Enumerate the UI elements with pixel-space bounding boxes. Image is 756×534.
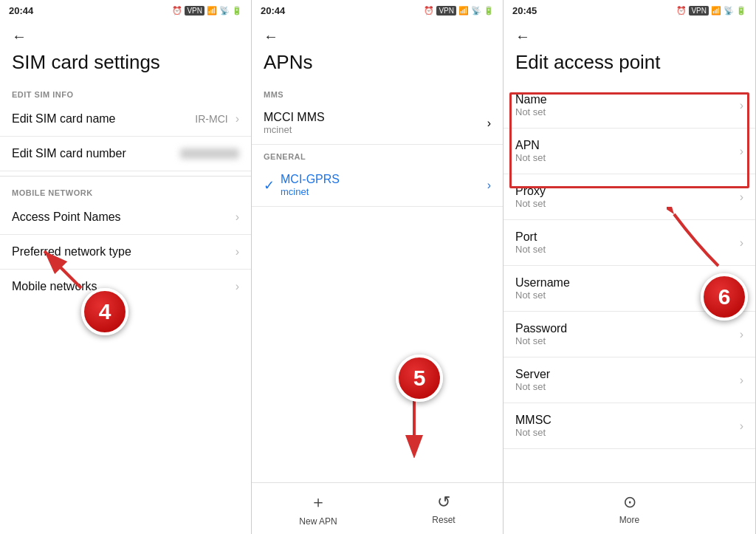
chevron-sim-name: › (236, 112, 239, 126)
panel-edit-access-point: 20:45 ⏰ VPN 📶 📡 🔋 ← Edit access point Na… (504, 0, 756, 534)
list-item-apn[interactable]: Access Point Names › (0, 200, 251, 235)
chevron-apn: › (236, 210, 239, 224)
server-field-label: Server (515, 368, 550, 381)
username-field-value: Not set (515, 290, 570, 301)
new-apn-button[interactable]: ＋ New APN (299, 491, 337, 527)
back-button-1[interactable]: ← (0, 21, 251, 48)
apn-item-mcci-mms[interactable]: MCCI MMS mcinet › (252, 102, 503, 145)
username-field-label: Username (515, 276, 570, 290)
mcci-mms-info: MCCI MMS mcinet (264, 111, 325, 135)
field-apn[interactable]: APN Not set › (504, 129, 755, 174)
time-1: 20:44 (9, 5, 33, 16)
step-badge-5: 5 (396, 355, 443, 402)
arrow-5 (401, 399, 438, 458)
vpn-icon: VPN (185, 6, 205, 16)
time-2: 20:44 (261, 5, 285, 16)
edit-sim-name-value: IR-MCI (195, 113, 227, 125)
status-bar-2: 20:44 ⏰ VPN 📶 📡 🔋 (252, 0, 503, 21)
mci-gprs-sub: mcinet (281, 186, 487, 197)
edit-sim-number-label: Edit SIM card number (12, 147, 126, 160)
step-badge-6: 6 (701, 273, 748, 321)
reset-icon: ↺ (437, 493, 450, 512)
name-field-label: Name (515, 93, 547, 106)
mmsc-info: MMSC Not set (515, 414, 551, 438)
section-label-general: GENERAL (252, 145, 503, 164)
apn-item-mci-gprs[interactable]: ✓ MCI-GPRS mcinet › (252, 164, 503, 207)
divider-1 (0, 176, 251, 177)
new-apn-label: New APN (299, 516, 337, 527)
step-badge-4: 4 (81, 288, 128, 335)
battery-icon-2: 🔋 (484, 6, 494, 16)
chevron-name: › (740, 99, 743, 112)
field-name[interactable]: Name Not set › (504, 83, 755, 129)
battery-icon-3: 🔋 (736, 6, 746, 16)
mmsc-field-value: Not set (515, 427, 551, 438)
password-field-label: Password (515, 322, 567, 335)
panel-apns: 20:44 ⏰ VPN 📶 📡 🔋 ← APNs MMS MCCI MMS mc… (252, 0, 504, 534)
plus-icon: ＋ (310, 491, 326, 513)
proxy-field-value: Not set (515, 198, 546, 209)
field-server[interactable]: Server Not set › (504, 357, 755, 403)
sim-number-blurred (180, 148, 239, 159)
status-icons-3: ⏰ VPN 📶 📡 🔋 (676, 6, 746, 16)
chevron-apn-field: › (740, 145, 743, 158)
apn-label: Access Point Names (12, 210, 121, 224)
signal-icon-3: 📶 (711, 6, 721, 16)
check-icon-mci: ✓ (264, 177, 275, 194)
time-3: 20:45 (512, 5, 537, 16)
chevron-mms: › (487, 117, 491, 130)
port-info: Port Not set (515, 230, 546, 255)
edit-ap-bottom-bar: ⊙ More (504, 482, 755, 534)
section-label-mobile-network: MOBILE NETWORK (0, 181, 251, 200)
reset-button[interactable]: ↺ Reset (432, 493, 455, 525)
chevron-gprs: › (487, 179, 491, 192)
proxy-field-label: Proxy (515, 185, 546, 198)
more-label: More (619, 515, 639, 525)
section-label-edit-sim: EDIT SIM INFO (0, 83, 251, 102)
password-field-value: Not set (515, 335, 567, 346)
list-item-edit-sim-number[interactable]: Edit SIM card number (0, 137, 251, 171)
wifi-icon-3: 📡 (724, 6, 734, 16)
arrow-4 (37, 244, 96, 295)
server-info: Server Not set (515, 368, 550, 392)
status-icons-2: ⏰ VPN 📶 📡 🔋 (424, 6, 494, 16)
chevron-proxy: › (740, 191, 743, 204)
page-title-2: APNs (252, 48, 503, 83)
mcci-mms-name: MCCI MMS (264, 111, 325, 124)
signal-icon-2: 📶 (458, 6, 469, 16)
edit-sim-number-right (180, 148, 239, 159)
mmsc-field-label: MMSC (515, 414, 551, 427)
reset-label: Reset (432, 515, 455, 525)
signal-icon: 📶 (207, 6, 217, 16)
wifi-icon: 📡 (219, 6, 230, 16)
chevron-mmsc: › (740, 420, 743, 433)
more-icon: ⊙ (623, 493, 636, 512)
content-2: MMS MCCI MMS mcinet › GENERAL ✓ MCI-GPRS… (252, 83, 503, 534)
panel-sim-card-settings: 20:44 ⏰ VPN 📶 📡 🔋 ← SIM card settings ED… (0, 0, 252, 534)
arrow-6 (667, 207, 733, 273)
apn-info: APN Not set (515, 139, 546, 163)
back-button-3[interactable]: ← (504, 21, 755, 48)
back-button-2[interactable]: ← (252, 21, 503, 48)
vpn-icon-3: VPN (689, 6, 709, 16)
list-item-edit-sim-name[interactable]: Edit SIM card name IR-MCI › (0, 102, 251, 137)
alarm-icon: ⏰ (172, 6, 182, 16)
chevron-preferred: › (236, 245, 239, 259)
name-info: Name Not set (515, 93, 547, 117)
server-field-value: Not set (515, 381, 550, 392)
edit-sim-name-label: Edit SIM card name (12, 112, 116, 126)
status-icons-1: ⏰ VPN 📶 📡 🔋 (172, 6, 242, 16)
proxy-info: Proxy Not set (515, 185, 546, 209)
page-title-3: Edit access point (504, 48, 755, 83)
apn-bottom-bar: ＋ New APN ↺ Reset (252, 482, 503, 534)
name-field-value: Not set (515, 106, 547, 117)
more-button[interactable]: ⊙ More (619, 493, 639, 525)
status-bar-1: 20:44 ⏰ VPN 📶 📡 🔋 (0, 0, 251, 21)
wifi-icon-2: 📡 (471, 6, 481, 16)
port-field-label: Port (515, 230, 546, 244)
port-field-value: Not set (515, 244, 546, 255)
apn-field-value: Not set (515, 152, 546, 163)
field-mmsc[interactable]: MMSC Not set › (504, 403, 755, 449)
mcci-mms-sub: mcinet (264, 124, 325, 135)
battery-icon: 🔋 (232, 6, 242, 16)
